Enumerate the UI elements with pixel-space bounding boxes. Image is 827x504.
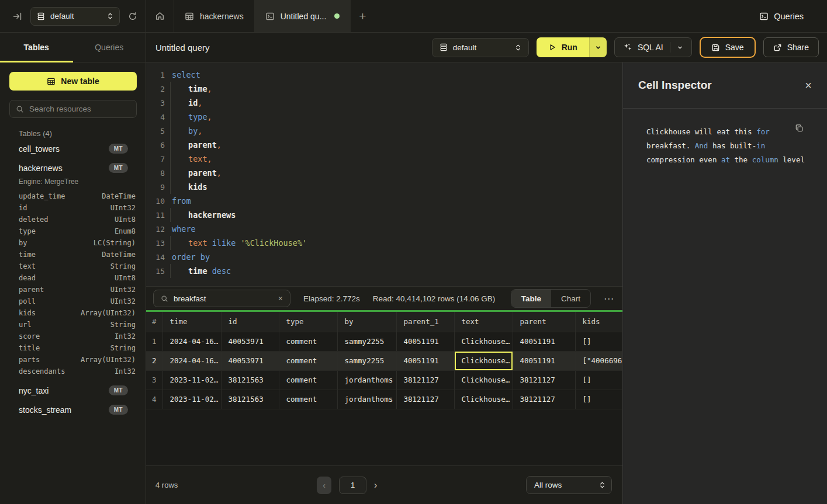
cell[interactable]: 38121127 <box>513 370 575 390</box>
column-header-kids[interactable]: kids <box>575 312 622 332</box>
column-item-dead[interactable]: deadUInt8 <box>0 272 146 284</box>
row-index[interactable]: 1 <box>146 332 162 351</box>
queries-panel-button[interactable]: Queries <box>759 12 804 21</box>
page-number-input[interactable] <box>339 477 366 494</box>
selected-cell[interactable]: Clickhouse… <box>454 351 513 370</box>
column-item-text[interactable]: textString <box>0 260 146 272</box>
cell[interactable]: sammy2255 <box>337 351 396 370</box>
editor-line-12[interactable]: 12where <box>150 222 622 236</box>
table-item-cell_towers[interactable]: cell_towersMT <box>0 139 146 158</box>
sidebar-tab-tables[interactable]: Tables <box>0 33 73 62</box>
editor-line-6[interactable]: 6parent, <box>150 138 622 152</box>
column-header-parent_1[interactable]: parent_1 <box>396 312 454 332</box>
cell[interactable]: 40051191 <box>396 332 454 351</box>
column-item-parent[interactable]: parentUInt32 <box>0 284 146 296</box>
column-header-id[interactable]: id <box>221 312 279 332</box>
column-item-score[interactable]: scoreInt32 <box>0 331 146 342</box>
refresh-button[interactable] <box>128 12 137 21</box>
close-inspector-button[interactable]: × <box>805 79 812 91</box>
cell[interactable]: 38121563 <box>221 390 279 409</box>
editor-line-2[interactable]: 2time, <box>150 82 622 96</box>
editor-line-9[interactable]: 9kids <box>150 180 622 194</box>
page-size-select[interactable]: All rows <box>526 476 612 494</box>
column-item-update_time[interactable]: update_timeDateTime <box>0 190 146 202</box>
column-header-type[interactable]: type <box>279 312 337 332</box>
cell[interactable]: comment <box>279 332 337 351</box>
run-button[interactable]: Run <box>537 37 607 57</box>
cell[interactable]: jordanthoms <box>337 370 396 390</box>
tab-hackernews[interactable]: hackernews <box>174 0 255 32</box>
editor-line-14[interactable]: 14order by <box>150 250 622 264</box>
cell[interactable]: comment <box>279 390 337 409</box>
column-item-kids[interactable]: kidsArray(UInt32) <box>0 307 146 319</box>
table-row[interactable]: 32023-11-02…38121563commentjordanthoms38… <box>146 370 622 390</box>
column-item-url[interactable]: urlString <box>0 319 146 331</box>
resource-search-input[interactable] <box>29 105 133 113</box>
new-tab-button[interactable]: + <box>351 10 374 22</box>
cell[interactable]: comment <box>279 370 337 390</box>
cell[interactable]: Clickhouse… <box>454 370 513 390</box>
editor-line-4[interactable]: 4type, <box>150 110 622 124</box>
column-header-time[interactable]: time <box>162 312 221 332</box>
column-item-time[interactable]: timeDateTime <box>0 249 146 260</box>
cell[interactable]: 2023-11-02… <box>162 390 221 409</box>
cell[interactable]: 2024-04-16… <box>162 332 221 351</box>
editor-line-3[interactable]: 3id, <box>150 96 622 110</box>
editor-line-8[interactable]: 8parent, <box>150 166 622 180</box>
cell[interactable]: 38121127 <box>513 390 575 409</box>
query-connection-select[interactable]: default <box>432 38 529 57</box>
table-row[interactable]: 22024-04-16…40053971commentsammy22554005… <box>146 351 622 370</box>
editor-line-15[interactable]: 15time desc <box>150 264 622 278</box>
run-button-main[interactable]: Run <box>537 37 589 57</box>
row-index[interactable]: 3 <box>146 370 162 390</box>
table-item-hackernews[interactable]: hackernewsMT <box>0 158 146 178</box>
cell[interactable]: Clickhouse… <box>454 390 513 409</box>
column-header-parent[interactable]: parent <box>513 312 575 332</box>
row-index[interactable]: 2 <box>146 351 162 370</box>
cell[interactable]: 40051191 <box>396 351 454 370</box>
column-header-text[interactable]: text <box>454 312 513 332</box>
column-item-id[interactable]: idUInt32 <box>0 202 146 214</box>
cell[interactable]: 2024-04-16… <box>162 351 221 370</box>
save-button[interactable]: Save <box>700 37 756 58</box>
next-page-button[interactable]: › <box>374 480 377 491</box>
editor-line-13[interactable]: 13text ilike '%ClickHouse%' <box>150 236 622 250</box>
row-index[interactable]: 4 <box>146 390 162 409</box>
cell[interactable]: jordanthoms <box>337 390 396 409</box>
column-item-type[interactable]: typeEnum8 <box>0 225 146 237</box>
table-item-stocks_stream[interactable]: stocks_streamMT <box>0 400 146 419</box>
editor-line-1[interactable]: 1select <box>150 68 622 82</box>
tab-untitled-query[interactable]: Untitled qu... <box>255 0 351 32</box>
view-tab-chart[interactable]: Chart <box>551 290 590 307</box>
more-options-button[interactable]: ⋯ <box>604 293 614 305</box>
prev-page-button[interactable]: ‹ <box>317 477 331 494</box>
connection-select[interactable]: default <box>30 7 120 26</box>
cell[interactable]: 40053971 <box>221 351 279 370</box>
share-button[interactable]: Share <box>763 37 819 57</box>
column-item-parts[interactable]: partsArray(UInt32) <box>0 354 146 366</box>
view-tab-table[interactable]: Table <box>511 290 551 307</box>
table-item-nyc_taxi[interactable]: nyc_taxiMT <box>0 381 146 400</box>
new-table-button[interactable]: New table <box>9 72 137 91</box>
cell[interactable]: 40051191 <box>513 351 575 370</box>
column-header-by[interactable]: by <box>337 312 396 332</box>
collapse-sidebar-button[interactable] <box>13 12 22 21</box>
column-item-poll[interactable]: pollUInt32 <box>0 296 146 307</box>
editor-line-10[interactable]: 10from <box>150 194 622 208</box>
cell[interactable]: [] <box>575 390 622 409</box>
editor-line-7[interactable]: 7text, <box>150 152 622 166</box>
resource-search[interactable] <box>9 100 137 118</box>
cell[interactable]: 38121127 <box>396 370 454 390</box>
sidebar-tab-queries[interactable]: Queries <box>73 33 146 62</box>
copy-cell-button[interactable] <box>795 124 804 133</box>
results-search[interactable]: × <box>153 290 290 307</box>
sql-editor[interactable]: 1select2time,3id,4type,5by,6parent,7text… <box>146 62 622 286</box>
results-search-input[interactable] <box>174 294 273 303</box>
cell[interactable]: 40051191 <box>513 332 575 351</box>
editor-line-5[interactable]: 5by, <box>150 124 622 138</box>
column-item-descendants[interactable]: descendantsInt32 <box>0 366 146 377</box>
cell[interactable]: Clickhouse… <box>454 332 513 351</box>
sql-ai-button[interactable]: SQL AI <box>614 37 692 57</box>
cell[interactable]: 38121127 <box>396 390 454 409</box>
cell[interactable]: 38121563 <box>221 370 279 390</box>
